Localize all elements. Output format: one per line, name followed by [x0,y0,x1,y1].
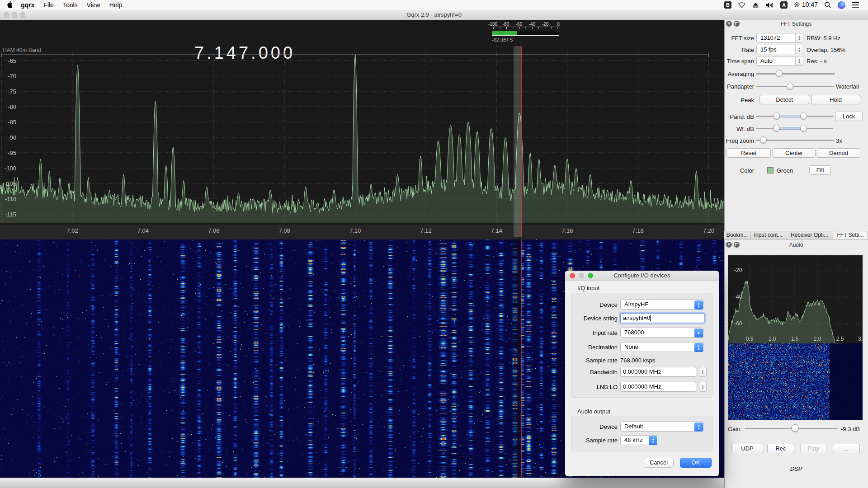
lnb-lo-stepper[interactable]: ▴▾ [699,382,707,392]
device-value: AirspyHF [621,301,648,308]
notification-center-icon[interactable] [852,2,859,8]
dock-tab-1[interactable]: Input cont... [750,231,786,239]
input-source-icon[interactable]: A [780,1,788,9]
svg-text:7.16: 7.16 [561,227,573,234]
window-bottom-edge [0,478,724,488]
fill-button[interactable]: Fill [809,165,831,175]
audio-gain-slider[interactable] [745,424,838,433]
device-string-label: Device string [568,315,618,322]
peak-label: Peak [725,97,754,103]
svg-text:7.08: 7.08 [279,227,290,234]
bandwidth-input[interactable]: 0.000000 MHz [620,367,696,377]
peak-detect-button[interactable]: Detect [760,95,809,104]
reset-button[interactable]: Reset [726,148,771,158]
audio-dock-close-icon[interactable]: ✕ [726,242,732,248]
fft-dock-close-icon[interactable]: ✕ [726,21,732,27]
audio-rec-button[interactable]: Rec [767,444,794,453]
wf-db-range-slider[interactable] [756,124,833,133]
pand-db-lock-button[interactable]: Lock [835,112,863,121]
wifi-icon[interactable] [738,2,746,8]
svg-text:7.10: 7.10 [349,227,361,234]
eject-icon[interactable] [752,2,759,8]
dialog-titlebar[interactable]: Configure I/O devices [565,271,719,281]
decimation-label: Decimation [568,344,618,351]
siri-icon[interactable] [838,1,845,9]
menu-view[interactable]: View [82,1,105,9]
menu-help[interactable]: Help [105,1,127,9]
dialog-title: Configure I/O devices [565,271,719,281]
rate-combo[interactable]: 15 fps ▴▾ [756,45,803,54]
svg-text:-95: -95 [8,150,16,156]
color-value: Green [777,167,793,174]
fft-dock-float-icon[interactable] [734,21,740,27]
lnb-lo-input[interactable]: 0.000000 MHz [620,382,696,392]
menu-bar: gqrxFileToolsViewHelp B A 金 10:47 [0,0,868,10]
popup-stepper-icon[interactable]: ▴▾ [694,343,703,352]
dropdown-arrow-icon[interactable]: ▾ [694,328,703,338]
audio-fft-plot[interactable]: -20-40-600.51.01.52.02.53. [728,255,863,343]
fft-size-combo[interactable]: 131072 ▴▾ [756,33,803,42]
audio-waterfall[interactable] [728,343,863,420]
parallels-icon[interactable]: B [724,1,731,9]
input-rate-value: 768000 [621,329,644,336]
menu-clock[interactable]: 金 10:47 [794,1,818,9]
decimation-combo[interactable]: None ▴▾ [620,342,704,352]
peak-hold-button[interactable]: Hold [811,95,860,104]
window-titlebar[interactable]: Gqrx 2.9 - airspyhf=0 [0,10,868,20]
audio-dock-header[interactable]: Audio [724,241,868,249]
menu-status-area: B A 金 10:47 [724,1,868,9]
dsp-label: DSP [724,465,868,472]
sample-rate-label: Sample rate [568,357,618,364]
spectrum-plot[interactable]: -65-70-75-80-85-90-95-100-105-110-1157.0… [0,20,724,239]
audio-dock-float-icon[interactable] [734,242,740,248]
bandwidth-value: 0.000000 MHz [623,368,661,375]
svg-text:7.02: 7.02 [66,227,78,234]
freq-zoom-slider[interactable] [756,136,834,145]
panadapter[interactable]: 7.147.000 -100-80-60-40-200 -62 dBFS -65… [0,20,724,239]
menu-gqrx[interactable]: gqrx [16,1,39,9]
popup-stepper-icon[interactable]: ▴▾ [649,436,657,445]
bandwidth-stepper[interactable]: ▴▾ [699,367,707,377]
spotlight-icon[interactable] [824,1,831,9]
cancel-button[interactable]: Cancel [644,458,674,468]
ok-button[interactable]: OK [680,458,712,468]
color-swatch[interactable] [767,167,774,174]
audio-udp-button[interactable]: UDP [731,444,763,453]
device-combo[interactable]: AirspyHF ▴▾ [620,300,704,310]
fft-settings-dock-header[interactable]: FFT Settings [724,20,868,28]
menu-file[interactable]: File [39,1,58,9]
audio-dotdotdot-button[interactable]: ... [833,444,860,453]
volume-icon[interactable] [765,2,774,9]
time-span-combo[interactable]: Auto ▴▾ [756,56,803,66]
averaging-slider[interactable] [756,69,835,78]
input-rate-combo[interactable]: 768000 ▾ [620,328,704,338]
pand-db-range-slider[interactable] [756,112,833,121]
device-string-input[interactable]: airspyhf=0 [620,313,704,323]
dock-tab-0[interactable]: Bookm... [724,231,750,239]
menu-tools[interactable]: Tools [58,1,82,9]
audio-play-button: Play [800,444,826,453]
svg-text:-85: -85 [8,119,16,126]
apple-menu[interactable] [0,1,16,9]
device-label: Device [568,301,618,308]
popup-stepper-icon[interactable]: ▴▾ [694,422,703,432]
rate-value: 15 fps [757,46,776,53]
popup-stepper-icon[interactable]: ▴▾ [694,300,703,310]
svg-text:-70: -70 [8,73,16,80]
app-menus: gqrxFileToolsViewHelp [16,1,127,9]
sample-rate-value: 768.000 ksps [620,357,655,364]
center-button[interactable]: Center [773,148,816,158]
out-device-combo[interactable]: Default ▴▾ [620,422,704,432]
pandapter-split-slider[interactable] [756,82,834,91]
time-span-label: Time span [725,58,754,65]
svg-text:-90: -90 [8,134,16,141]
stepper-icon[interactable]: ▴▾ [795,45,803,54]
dock-tab-3[interactable]: FFT Setti... [833,231,868,239]
fft-size-value: 131072 [757,34,780,41]
stepper-icon[interactable]: ▴▾ [795,33,803,42]
out-rate-combo[interactable]: 48 kHz ▴▾ [620,435,658,445]
stepper-icon[interactable]: ▴▾ [795,56,803,65]
demod-button[interactable]: Demod [817,148,860,158]
time-span-value: Auto [757,57,773,64]
dock-tab-2[interactable]: Receiver Opti... [786,231,833,239]
